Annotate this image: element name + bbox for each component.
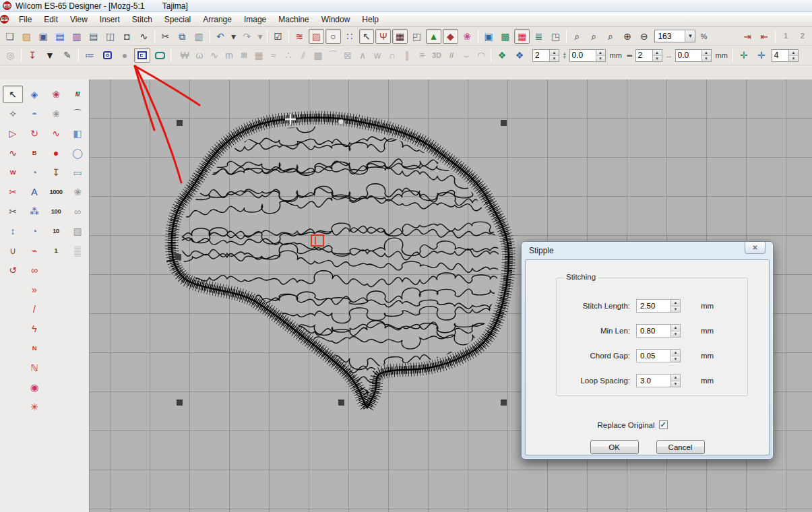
menu-insert[interactable]: Insert	[94, 13, 126, 26]
jump-stitch-tool-button[interactable]: N	[24, 340, 44, 357]
radial-fill-tool-button[interactable]: ✳	[24, 398, 44, 416]
selection-handle[interactable]	[177, 399, 183, 406]
menu-help[interactable]: Help	[356, 13, 385, 26]
machine-connect-button[interactable]: ∿	[136, 29, 152, 44]
spin-buttons[interactable]: ▲▼	[652, 50, 662, 61]
measure-tool-button[interactable]: ↕	[3, 222, 23, 240]
underlay-spacing-input[interactable]	[570, 50, 596, 61]
new-design-button[interactable]: ❏	[2, 29, 18, 44]
run-100-tool-button[interactable]: 100	[46, 203, 66, 220]
stipple-fill-button[interactable]	[134, 48, 150, 63]
design-properties-button[interactable]: ▣	[481, 29, 497, 44]
stipple-dialog-titlebar[interactable]: Stipple ✕	[525, 242, 770, 259]
morph-contract-button[interactable]: ✛	[753, 48, 770, 63]
lettering-tool-button[interactable]: A	[24, 183, 44, 201]
show-design-button[interactable]: ◆	[443, 29, 458, 44]
show-outlines-button[interactable]: ○	[325, 29, 341, 44]
spin-buttons[interactable]: ▲▼	[670, 300, 680, 312]
min-len-input[interactable]	[637, 325, 670, 337]
applique-tool-button[interactable]: ⁂	[24, 203, 44, 220]
print-button[interactable]: ▤	[86, 29, 101, 44]
selection-handle[interactable]	[177, 120, 183, 126]
block-digitize-tool-button[interactable]: ◧	[67, 125, 88, 142]
rotate-tool-button[interactable]: ↻	[24, 125, 44, 142]
menu-machine[interactable]: Machine	[272, 13, 315, 26]
select-tool-button[interactable]: ↖	[3, 86, 23, 103]
zigzag-run-tool-button[interactable]: ϟ	[24, 320, 44, 338]
image-tool-button[interactable]: ▧	[67, 222, 88, 240]
show-needle-points-button[interactable]: Ψ	[375, 29, 391, 44]
stitch-ratio-tool-button[interactable]: W	[3, 164, 23, 181]
print-preview-button[interactable]: ◫	[102, 29, 118, 44]
menu-edit[interactable]: Edit	[38, 13, 64, 26]
import-machine-file-button[interactable]: ⇤	[757, 29, 772, 44]
reshape-node-tool-button[interactable]: ▷	[3, 125, 23, 142]
zoom-to-box-button[interactable]: ⌕	[603, 29, 619, 44]
spin-buttons[interactable]: ▲▼	[596, 50, 605, 61]
copy-button[interactable]: ⧉	[175, 29, 190, 44]
flower-tool-button[interactable]: ❀	[67, 183, 88, 201]
show-bitmap-button[interactable]: ❀	[460, 29, 475, 44]
menu-window[interactable]: Window	[315, 13, 356, 26]
save-as-tajima-button[interactable]: ▥	[69, 29, 85, 44]
menu-view[interactable]: View	[64, 13, 94, 26]
auto-spacing-button[interactable]: ❖	[511, 48, 528, 63]
mirror-ellipse-tool-button[interactable]: ↺	[3, 261, 23, 279]
loop-spacing-input[interactable]	[637, 375, 670, 387]
show-hatch-button[interactable]: ▨	[309, 29, 324, 44]
undo-button[interactable]: ↶	[213, 29, 228, 44]
zoom-level-input[interactable]	[655, 32, 685, 41]
remove-stitches-tool-button[interactable]: ✂	[3, 183, 23, 201]
cut-stitch-tool-button[interactable]: ✂	[3, 203, 23, 220]
offset-spacing-input[interactable]	[676, 50, 701, 61]
selection-handle[interactable]	[501, 120, 507, 126]
undo-dropdown-button[interactable]: ▾	[229, 29, 237, 44]
overview-window-button[interactable]: ◰	[409, 29, 425, 44]
show-points-button[interactable]: ∷	[342, 29, 358, 44]
offset-count-input[interactable]	[636, 50, 652, 61]
stitch-list-button[interactable]: ≣	[531, 29, 546, 44]
show-artwork-button[interactable]: ▲	[426, 29, 441, 44]
polygon-select-tool-button[interactable]: ✧	[3, 105, 23, 123]
cut-button[interactable]: ✂	[158, 29, 173, 44]
stitch-length-input[interactable]	[637, 300, 670, 312]
menu-arrange[interactable]: Arrange	[197, 13, 238, 26]
replace-original-checkbox[interactable]: ✓	[659, 420, 668, 429]
morph-spread-button[interactable]: ✛	[736, 48, 752, 63]
sewing-machine-button[interactable]: ◘	[119, 29, 135, 44]
stipple-preview-tool-button[interactable]: ▒	[67, 242, 88, 259]
spin-buttons[interactable]: ▲▼	[788, 50, 798, 61]
show-stitches-button[interactable]: ≋	[292, 29, 307, 44]
rectangle-tool-button[interactable]: ▭	[67, 164, 88, 181]
reshape-object-button[interactable]: ✎	[59, 48, 75, 63]
input-b-tool-button[interactable]: ◓	[24, 105, 44, 123]
ellipse-tool-button[interactable]: ◯	[67, 144, 88, 162]
selection-handle[interactable]	[338, 399, 344, 406]
cancel-button[interactable]: Cancel	[656, 440, 705, 454]
title-bar[interactable]: ES Wilcom ES-65 Designer - [Mozg-5:1 Taj…	[0, 0, 812, 12]
outline-offset-button[interactable]	[99, 48, 115, 63]
selection-handle[interactable]	[175, 254, 181, 260]
input-a-tool-button[interactable]: ❀	[46, 86, 66, 103]
selection-handle[interactable]	[501, 399, 507, 406]
run-10-tool-button[interactable]: 10	[46, 222, 66, 240]
paste-button[interactable]: ▥	[191, 29, 207, 44]
spin-buttons[interactable]: ▲▼	[701, 50, 711, 61]
column-tool-button[interactable]: ●	[46, 144, 66, 162]
chain-stitch-tool-button[interactable]: ∞	[24, 261, 44, 279]
morph-value-input[interactable]	[772, 50, 788, 61]
reshape-tool-button[interactable]: ◈	[24, 86, 44, 103]
outline-trace-button[interactable]	[152, 48, 168, 63]
fusion-select-tool-button[interactable]: ◔	[24, 222, 44, 240]
zoom-in-button[interactable]: ⊕	[620, 29, 635, 44]
zigzag-input-tool-button[interactable]: ∿	[46, 125, 66, 142]
no-lettering-tool-button[interactable]: B	[24, 144, 44, 162]
underlay-count-input[interactable]	[533, 50, 549, 61]
chevron-down-icon[interactable]: ▼	[685, 30, 695, 42]
zoom-fit-button[interactable]: ⌕	[586, 29, 602, 44]
photo-stitch-tool-button[interactable]: ∞	[67, 203, 88, 220]
pull-compensation-button[interactable]: ❖	[494, 48, 510, 63]
thread-colors-button[interactable]: ▩	[498, 29, 513, 44]
save-to-machine-button[interactable]: ▤	[53, 29, 68, 44]
needle-spacing-tool-button[interactable]: ↧	[46, 164, 66, 181]
